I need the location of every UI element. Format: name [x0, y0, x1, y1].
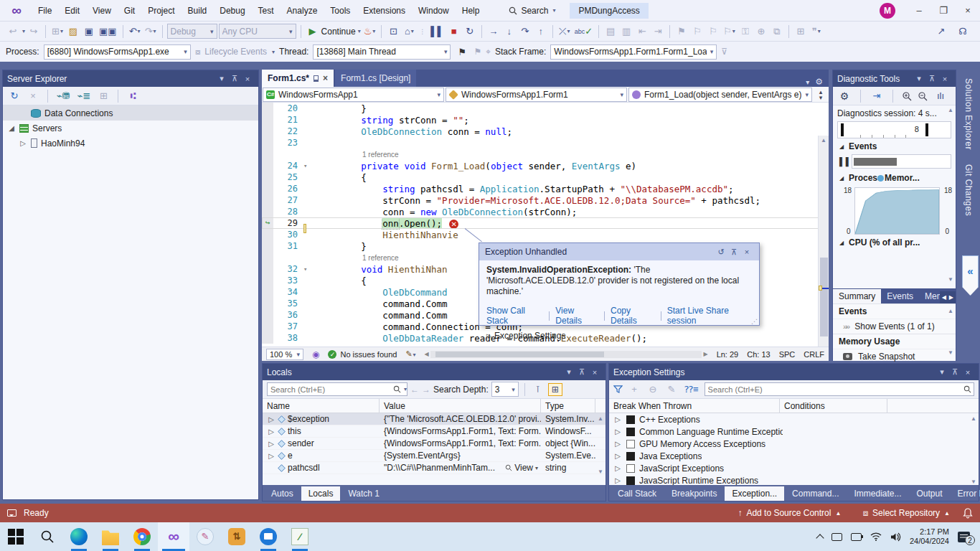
vertical-scrollbar[interactable]: ▲ ▼	[818, 136, 829, 347]
events-section-header[interactable]: ◢ Events	[833, 138, 956, 154]
split-window-icon[interactable]: ▴▾	[813, 89, 829, 100]
expander-collapsed-icon[interactable]: ▷	[613, 452, 622, 460]
decrease-indent-icon[interactable]: ⇤	[635, 24, 649, 39]
exception-category-javascript-exceptions[interactable]: ▷JavaScript Exceptions	[609, 462, 979, 474]
breakpoint-key-icon[interactable]: ⚿	[738, 24, 753, 39]
start-button[interactable]	[0, 522, 32, 551]
breakpoint-margin[interactable]	[262, 171, 273, 183]
pin-icon[interactable]: ⊼	[727, 248, 740, 257]
column-type[interactable]: Type	[541, 399, 595, 413]
close-icon[interactable]: ×	[938, 75, 951, 83]
scroll-up-icon[interactable]: ▲	[946, 308, 955, 314]
breakpoint-margin[interactable]	[262, 206, 273, 217]
select-repository-button[interactable]: ⧈ Select Repository ▲	[854, 508, 958, 518]
code-cleanup-icon[interactable]: ✎▾	[405, 349, 415, 359]
taskbar-remote-app[interactable]	[253, 522, 284, 551]
checkbox-checked[interactable]	[626, 476, 635, 485]
scroll-down-icon[interactable]: ▼	[596, 468, 605, 475]
tab-form1-cs-design[interactable]: Form1.cs [Design]	[335, 70, 416, 87]
show-next-statement-icon[interactable]: →	[486, 24, 501, 39]
tab-autos[interactable]: Autos	[264, 486, 301, 501]
menu-item-build[interactable]: Build	[182, 3, 214, 19]
restore-defaults-icon[interactable]: ⁇≡	[683, 382, 700, 397]
checkbox-checked[interactable]	[626, 452, 635, 461]
share-icon[interactable]: ↗	[934, 24, 948, 39]
fold-margin[interactable]: ▾	[303, 265, 318, 273]
save-all-icon[interactable]: ▣▣	[98, 24, 118, 39]
linked-frame-icon[interactable]: ⧉	[770, 24, 784, 39]
breakpoint-margin[interactable]	[262, 103, 273, 114]
breakpoint-margin[interactable]	[262, 126, 273, 137]
pin-icon[interactable]: ⊼	[575, 367, 588, 377]
pin-property-icon[interactable]: ⊺	[531, 383, 545, 396]
expander-collapsed-icon[interactable]: ▷	[613, 476, 622, 484]
live-share-icon[interactable]: ☊	[956, 24, 970, 39]
pin-icon[interactable]	[314, 75, 319, 82]
checkbox-checked[interactable]	[626, 428, 635, 436]
tab-breakpoints[interactable]: Breakpoints	[664, 486, 724, 501]
notification-center-icon[interactable]: 2	[958, 532, 970, 542]
menu-item-analyze[interactable]: Analyze	[281, 3, 324, 19]
restore-button[interactable]: ❐	[931, 1, 956, 20]
new-project-icon[interactable]: ⊞▾	[50, 24, 65, 39]
breakpoint-margin[interactable]	[262, 286, 273, 298]
add-sharepoint-icon[interactable]: ⊞	[96, 88, 110, 104]
link-show-call-stack[interactable]: Show Call Stack	[486, 306, 543, 326]
solution-window-icon[interactable]: ⌂▾	[402, 24, 416, 39]
menu-item-tools[interactable]: Tools	[324, 3, 357, 19]
lifecycle-events-button[interactable]: Lifecycle Events	[204, 47, 267, 57]
display-tray-icon[interactable]	[831, 533, 842, 541]
stop-refresh-icon[interactable]: ×	[26, 88, 40, 104]
tab-form1-cs[interactable]: Form1.cs* ×	[262, 70, 334, 87]
next-bookmark-icon[interactable]: ⚐	[706, 24, 720, 39]
checkbox-unchecked[interactable]	[626, 464, 635, 473]
link-view-details[interactable]: View Details	[555, 306, 598, 326]
window-position-icon[interactable]: ▾	[936, 367, 948, 377]
locals-titlebar[interactable]: Locals ▾ ⊼ ×	[263, 364, 606, 380]
close-icon[interactable]: ×	[241, 75, 254, 83]
compare-icon[interactable]: ⊞	[793, 24, 808, 39]
filter-icon[interactable]	[613, 385, 623, 394]
taskbar-clock[interactable]: 2:17 PM 24/04/2024	[910, 527, 949, 546]
search-control[interactable]: Search ▾	[504, 4, 560, 18]
solution-platform-select[interactable]: Any CPU▾	[219, 24, 296, 39]
scroll-up-icon[interactable]: ▲	[819, 136, 829, 146]
exception-settings-titlebar[interactable]: Exception Settings ▾ ⊼ ×	[609, 364, 979, 380]
history-icon[interactable]: ↺	[715, 248, 727, 257]
connect-to-server-icon[interactable]: ⌁≣	[76, 88, 93, 104]
step-over-icon[interactable]: ↷	[518, 24, 532, 39]
exception-error-icon[interactable]: ✕	[449, 220, 458, 229]
server-explorer-titlebar[interactable]: Server Explorer ▾ ⊼ ×	[3, 70, 258, 87]
method-dropdown[interactable]: Form1_Load(object sender, EventArgs e)▾	[628, 88, 812, 102]
tray-expand-icon[interactable]	[816, 534, 824, 542]
wifi-icon[interactable]	[870, 532, 882, 541]
search-back-icon[interactable]: ←	[410, 385, 419, 395]
process-select[interactable]: [6880] WindowsFormsApp1.exe▾	[44, 44, 191, 60]
tree-item-servers[interactable]: ◢Servers	[3, 121, 258, 136]
expander-collapsed-icon[interactable]: ▷	[267, 440, 275, 448]
window-position-icon[interactable]: ▾	[215, 74, 228, 83]
menu-item-extensions[interactable]: Extensions	[357, 3, 412, 19]
diagnostic-tools-titlebar[interactable]: Diagnostic Tools ▾ ⊼ ×	[833, 70, 956, 87]
pin-icon[interactable]: ⊼	[925, 74, 938, 83]
locals-row-this[interactable]: ▷this{WindowsFormsApp1.Form1, Text: Form…	[263, 425, 606, 438]
expander-collapsed-icon[interactable]: ▷	[613, 440, 622, 448]
taskbar-visual-studio[interactable]: ∞	[158, 522, 189, 551]
remove-icon[interactable]: ⊖	[646, 382, 660, 397]
menu-item-view[interactable]: View	[86, 3, 118, 19]
taskbar-file-explorer[interactable]	[95, 522, 126, 551]
close-icon[interactable]: ×	[588, 368, 601, 377]
tab-git-changes[interactable]: Git Changes	[960, 157, 977, 223]
column-name[interactable]: Name	[263, 399, 380, 413]
undo-icon[interactable]: ↶▾	[128, 24, 142, 39]
issues-status[interactable]: No issues found	[340, 350, 397, 359]
breakpoint-margin[interactable]	[262, 114, 273, 126]
add-to-source-control-button[interactable]: ↑ Add to Source Control ▲	[729, 508, 849, 518]
close-icon[interactable]: ×	[961, 368, 974, 377]
column-conditions[interactable]: Conditions	[780, 399, 887, 413]
menu-item-help[interactable]: Help	[456, 3, 486, 19]
step-out-icon[interactable]: ↑	[534, 24, 548, 39]
breakpoint-margin[interactable]	[262, 194, 273, 206]
clear-bookmarks-icon[interactable]: ⚐▾	[722, 24, 737, 39]
breakpoint-margin[interactable]: ↪	[262, 217, 273, 229]
